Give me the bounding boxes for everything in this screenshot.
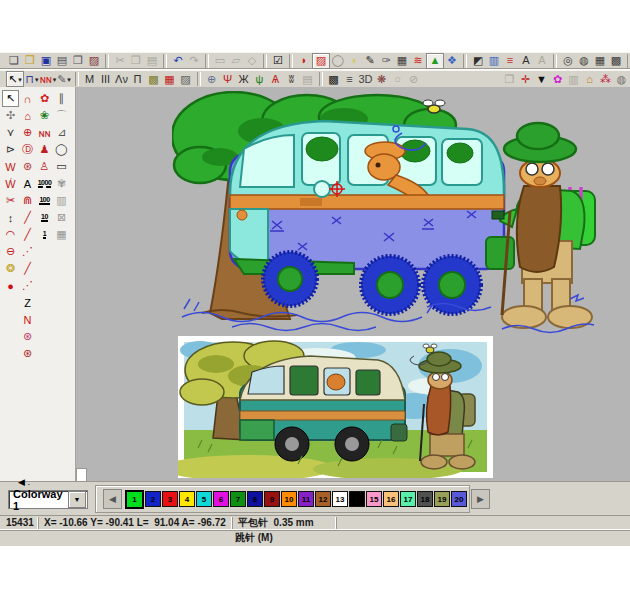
z-stitch-tool[interactable]: Z — [19, 294, 36, 311]
box-x-tool[interactable]: ⊠ — [53, 209, 70, 226]
save-button[interactable]: ▣ — [38, 53, 54, 68]
lines-button[interactable]: ≡ — [342, 72, 358, 87]
n-stitch-tool[interactable]: N — [19, 311, 36, 328]
select-poly-button[interactable]: ▱ — [228, 53, 244, 68]
color-chip[interactable]: 3 — [162, 491, 178, 507]
pillars-tool[interactable]: ▥ — [53, 192, 70, 209]
down-arrow-button[interactable]: ▼ — [534, 72, 550, 87]
scan-image-button[interactable]: ▨ — [86, 53, 102, 68]
woven-ball-tool[interactable]: ⊛ — [19, 158, 36, 175]
ellipse-tool[interactable]: ◯ — [53, 141, 70, 158]
branch-tool[interactable]: ⋎ — [2, 124, 19, 141]
feather-stitch-button[interactable]: ψ — [252, 72, 268, 87]
color-chip[interactable]: 5 — [196, 491, 212, 507]
slash-tool[interactable]: ╱ — [19, 260, 36, 277]
people-button[interactable]: ⁂ — [598, 72, 614, 87]
print-preview-button[interactable]: ❐ — [70, 53, 86, 68]
color-chip[interactable]: 7 — [230, 491, 246, 507]
letter-a-tool[interactable]: A — [19, 175, 36, 192]
artwork-image[interactable] — [178, 336, 493, 478]
color-chip[interactable]: 12 — [315, 491, 331, 507]
gear-tool[interactable]: ⊛ — [19, 345, 36, 362]
outline-shape-button[interactable]: ◯ — [330, 53, 346, 68]
beads2-tool[interactable]: ⋰ — [19, 277, 36, 294]
flip-shape-tool[interactable]: ⊿ — [53, 124, 70, 141]
triangle-stitch-button[interactable]: Ѧ — [268, 72, 284, 87]
tatami-stitch-button[interactable]: ΙΙΙ — [98, 72, 114, 87]
scale-1000-tool[interactable]: 1000 — [36, 175, 53, 192]
pin-button[interactable]: ✛ — [518, 72, 534, 87]
column-stitch-button[interactable]: Π — [130, 72, 146, 87]
lettering-button[interactable]: A — [518, 53, 534, 68]
hatch-fill-button[interactable]: ▨ — [312, 53, 330, 69]
d-ring-tool[interactable]: Ⓓ — [19, 141, 36, 158]
image-split-button[interactable]: ◩ — [470, 53, 486, 68]
ring1-button[interactable]: ◎ — [560, 53, 576, 68]
grid-button[interactable]: ▦ — [394, 53, 410, 68]
color-chip[interactable]: 13 — [332, 491, 348, 507]
star-stitch-button[interactable]: Ж — [236, 72, 252, 87]
grid2-button[interactable]: ▥ — [566, 72, 582, 87]
color-chip[interactable]: 16 — [383, 491, 399, 507]
color-chip[interactable]: 19 — [434, 491, 450, 507]
color-chip[interactable]: 1 — [125, 490, 144, 509]
arc-tool[interactable]: ⌒ — [53, 107, 70, 124]
flower-tool[interactable]: ✿ — [36, 90, 53, 107]
scale-1-tool[interactable]: 1 — [36, 226, 53, 243]
oval1-button[interactable]: ○ — [390, 72, 406, 87]
figure-tool[interactable]: ♟ — [36, 141, 53, 158]
home-folder-button[interactable]: ⌂ — [582, 72, 598, 87]
plant-tool[interactable]: ❀ — [36, 107, 53, 124]
pattern-net-button[interactable]: ▩ — [608, 53, 624, 68]
color-chip[interactable]: 17 — [400, 491, 416, 507]
color-chip[interactable]: 4 — [179, 491, 195, 507]
wo-stitch-tool[interactable]: Ẃ — [2, 175, 19, 192]
color-chip[interactable]: 2 — [145, 491, 161, 507]
reshape-nodes-tool[interactable]: ∩ — [19, 90, 36, 107]
pattern-gray-button[interactable]: ▤ — [300, 72, 316, 87]
color-chip[interactable]: 10 — [281, 491, 297, 507]
black-pattern-button[interactable]: ▩ — [326, 72, 342, 87]
marker-tool[interactable]: ⊳ — [2, 141, 19, 158]
snip-tool[interactable]: ✂ — [2, 192, 19, 209]
canopy-tool[interactable]: ⋒ — [19, 192, 36, 209]
palette-overflow-icon[interactable]: ◀ . — [18, 477, 30, 487]
pencil-button[interactable]: ✎ — [362, 53, 378, 68]
blob-shape-button[interactable]: ◖ — [346, 53, 362, 68]
image-button[interactable]: ❖ — [444, 53, 460, 68]
color-chip[interactable]: 8 — [247, 491, 263, 507]
color-chip[interactable]: 18 — [417, 491, 433, 507]
colorway-selector[interactable]: Colorway 1 ▼ — [8, 490, 88, 509]
w-stitch-tool[interactable]: W — [2, 158, 19, 175]
triple-run-tool[interactable]: ɴɴ — [36, 124, 53, 141]
mirror-tool[interactable]: ✣ — [2, 107, 19, 124]
pointer-tool[interactable]: ↖ — [2, 90, 19, 107]
lips-tool[interactable]: ⊖ — [2, 243, 19, 260]
reshape-tool[interactable]: ⊓▾ — [24, 72, 40, 87]
color-grid-button[interactable]: ▥ — [486, 53, 502, 68]
color-chip[interactable]: 14 — [349, 491, 365, 507]
lettering2-button[interactable]: A — [534, 53, 550, 68]
embroidery-design[interactable] — [172, 91, 600, 339]
red-line-tool[interactable]: ╱ — [19, 209, 36, 226]
flower-button[interactable]: ✿ — [550, 72, 566, 87]
color-list-button[interactable]: ≡ — [502, 53, 518, 68]
parallel-lines-tool[interactable]: ∥ — [53, 90, 70, 107]
figure-pole-tool[interactable]: ♙ — [36, 158, 53, 175]
gears-tool[interactable]: ⊛ — [19, 328, 36, 345]
grid-box-tool[interactable]: ▦ — [53, 226, 70, 243]
select-rect-button[interactable]: ▭ — [212, 53, 228, 68]
paste-button[interactable]: ▤ — [144, 53, 160, 68]
zigzag-stitch-button[interactable]: Μ — [82, 72, 98, 87]
red-blob-tool[interactable]: ● — [2, 277, 19, 294]
open-button[interactable]: ❒ — [22, 53, 38, 68]
show-artwork-button[interactable]: ▲ — [426, 53, 444, 69]
circle-node-tool[interactable]: ⊕ — [19, 124, 36, 141]
design-check-button[interactable]: ☑ — [270, 53, 286, 68]
run-stitch-tool[interactable]: ɴɴ▾ — [40, 72, 56, 87]
oval2-button[interactable]: ⊘ — [406, 72, 422, 87]
color-chip[interactable]: 15 — [366, 491, 382, 507]
palette-prev-button[interactable]: ◀ — [103, 489, 122, 509]
bug-tool[interactable]: ❂ — [2, 260, 19, 277]
new-button[interactable]: ❏ — [6, 53, 22, 68]
